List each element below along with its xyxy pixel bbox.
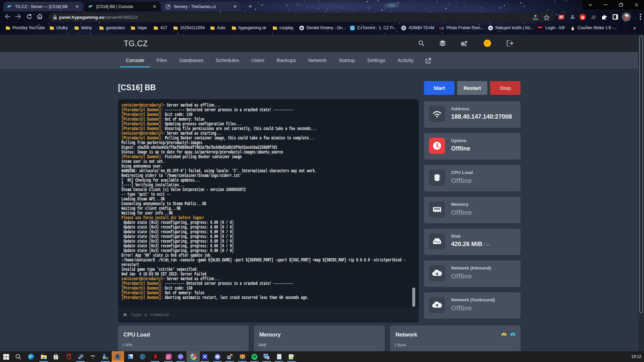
svg-text:c: c: [352, 26, 353, 29]
svg-text:C: C: [141, 355, 144, 359]
svg-text:EPIC: EPIC: [91, 355, 95, 357]
svg-text:e: e: [442, 26, 444, 30]
svg-text:m: m: [439, 26, 442, 30]
svg-text:a: a: [490, 26, 492, 30]
